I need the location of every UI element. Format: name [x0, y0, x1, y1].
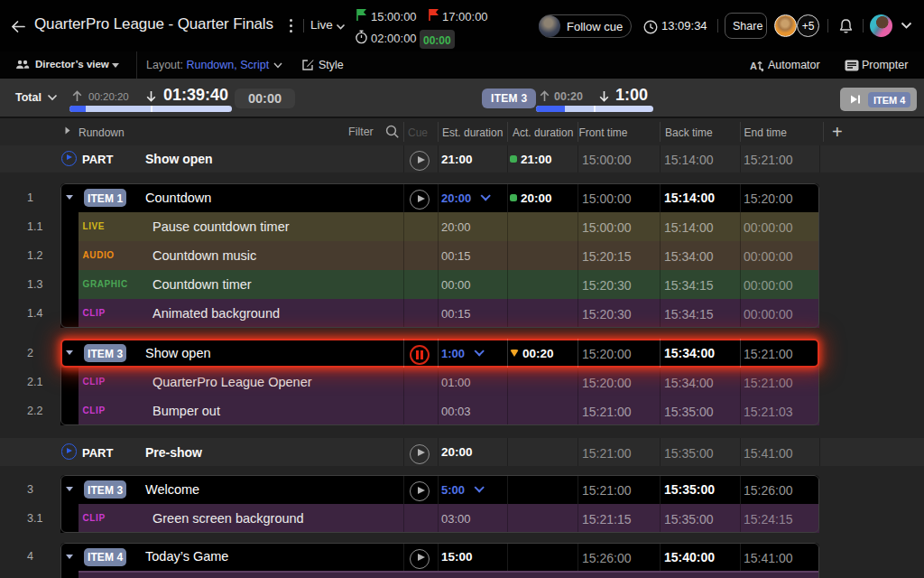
svg-text:A: A: [750, 61, 757, 71]
